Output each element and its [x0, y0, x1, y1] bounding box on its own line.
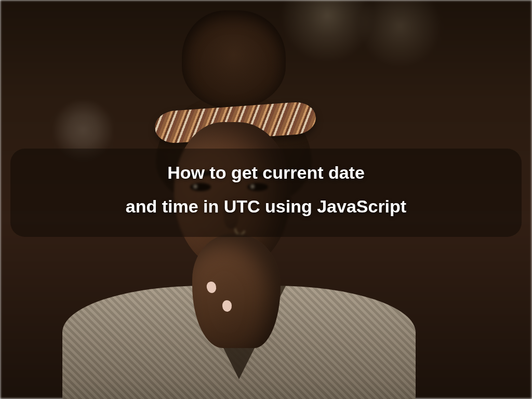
hair-bun: [182, 10, 286, 109]
page-title: How to get current date and time in UTC …: [0, 156, 532, 223]
title-line-1: How to get current date: [31, 156, 501, 190]
hands: [192, 234, 281, 348]
title-line-2: and time in UTC using JavaScript: [31, 190, 501, 223]
